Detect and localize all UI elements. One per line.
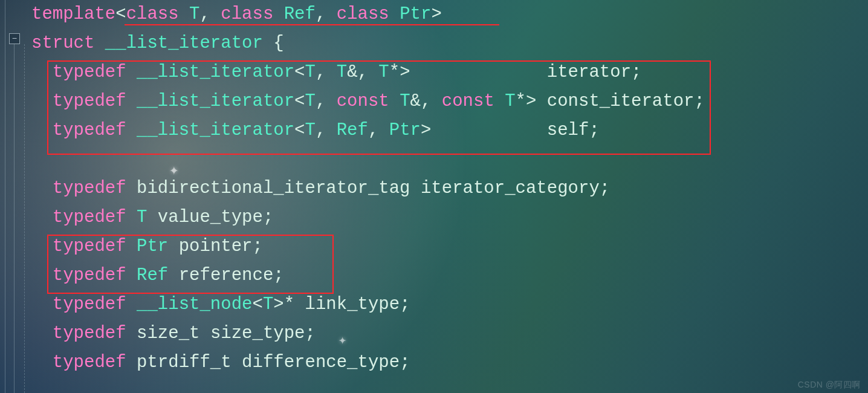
space: [326, 62, 336, 82]
punct-gt: >: [431, 4, 441, 24]
keyword-typedef: typedef: [53, 207, 126, 227]
punct-semi: ;: [631, 62, 641, 82]
punct-comma: ,: [316, 4, 326, 24]
punct-gt: >: [273, 294, 283, 314]
type-T: T: [305, 91, 316, 111]
space: [326, 91, 336, 111]
punct-semi: ;: [400, 294, 410, 314]
annotation-underline: [125, 24, 499, 25]
punct-semi: ;: [273, 265, 283, 285]
space: [494, 91, 505, 111]
punct-lt: <: [115, 4, 126, 24]
code-line: typedef __list_iterator<T, const T&, con…: [28, 87, 868, 116]
fold-toggle[interactable]: −: [9, 33, 20, 44]
alias-self: self: [547, 120, 589, 140]
space: [126, 207, 137, 227]
indent: [31, 236, 53, 256]
punct-comma: ,: [358, 62, 368, 82]
space: [126, 265, 137, 285]
keyword-const: const: [337, 91, 389, 111]
indent-guide: [24, 44, 25, 393]
code-line: struct __list_iterator {: [28, 29, 868, 58]
alias-reference: reference: [179, 265, 274, 285]
type-Ptr: Ptr: [137, 236, 168, 256]
space: [126, 323, 137, 343]
alias-size-type: size_type: [210, 323, 305, 343]
gutter-line: [5, 0, 5, 393]
punct-comma: ,: [316, 91, 326, 111]
indent: [31, 352, 53, 372]
keyword-typedef: typedef: [53, 62, 126, 82]
fold-guide: [14, 44, 15, 393]
brace-open: {: [273, 33, 283, 53]
keyword-typedef: typedef: [53, 236, 126, 256]
punct-semi: ;: [600, 178, 610, 198]
code-line: typedef __list_iterator<T, T&, T*> itera…: [28, 58, 868, 87]
code-line: typedef T value_type;: [28, 203, 868, 232]
type-T: T: [263, 294, 273, 314]
punct-lt: <: [294, 62, 305, 82]
type-name: __list_iterator: [137, 91, 294, 111]
punct-comma: ,: [199, 4, 210, 24]
keyword-typedef: typedef: [53, 323, 126, 343]
punct-comma: ,: [421, 91, 431, 111]
space: [431, 120, 546, 140]
code-line: typedef Ref reference;: [28, 261, 868, 290]
op-amp: &: [410, 91, 421, 111]
op-star: *: [389, 62, 400, 82]
code-line: typedef bidirectional_iterator_tag itera…: [28, 174, 868, 203]
space: [294, 294, 305, 314]
space: [126, 120, 137, 140]
alias-iterator: iterator: [547, 62, 631, 82]
indent: [31, 323, 53, 343]
indent: [31, 62, 53, 82]
punct-comma: ,: [316, 62, 326, 82]
alias-link-type: link_type: [305, 294, 400, 314]
space: [326, 120, 336, 140]
gutter: −: [0, 0, 28, 393]
type-T: T: [378, 62, 389, 82]
space: [431, 91, 441, 111]
type-T: T: [179, 4, 200, 24]
punct-lt: <: [294, 120, 305, 140]
space: [368, 62, 378, 82]
alias-const-iterator: const_iterator: [547, 91, 695, 111]
code-line: typedef Ptr pointer;: [28, 232, 868, 261]
keyword-class: class: [326, 4, 389, 24]
blank-line: [28, 145, 868, 174]
type-T: T: [305, 120, 316, 140]
op-star: *: [284, 294, 294, 314]
type-Ref: Ref: [273, 4, 316, 24]
space: [126, 62, 137, 82]
code-line: typedef __list_node<T>* link_type;: [28, 290, 868, 319]
type-Ptr: Ptr: [389, 120, 421, 140]
space: [389, 91, 400, 111]
keyword-struct: struct: [31, 33, 94, 53]
alias-pointer: pointer: [179, 236, 253, 256]
indent: [31, 294, 53, 314]
keyword-typedef: typedef: [53, 120, 126, 140]
indent: [31, 265, 53, 285]
punct-lt: <: [294, 91, 305, 111]
type-Ptr: Ptr: [389, 4, 432, 24]
space: [232, 352, 242, 372]
type-name: __list_iterator: [137, 62, 294, 82]
code-editor[interactable]: − template<class T, class Ref, class Ptr…: [0, 0, 868, 393]
punct-semi: ;: [400, 352, 410, 372]
space: [410, 178, 421, 198]
punct-comma: ,: [368, 120, 378, 140]
code-line: typedef size_t size_type;: [28, 319, 868, 348]
punct-semi: ;: [253, 236, 263, 256]
type-T: T: [137, 207, 147, 227]
space: [168, 265, 178, 285]
keyword-class: class: [126, 4, 179, 24]
space: [378, 120, 389, 140]
code-area[interactable]: template<class T, class Ref, class Ptr> …: [28, 0, 868, 393]
keyword-class: class: [210, 4, 273, 24]
punct-comma: ,: [316, 120, 326, 140]
type-T: T: [337, 62, 347, 82]
indent: [31, 91, 53, 111]
op-amp: &: [347, 62, 357, 82]
indent: [31, 207, 53, 227]
keyword-template: template: [31, 4, 115, 24]
